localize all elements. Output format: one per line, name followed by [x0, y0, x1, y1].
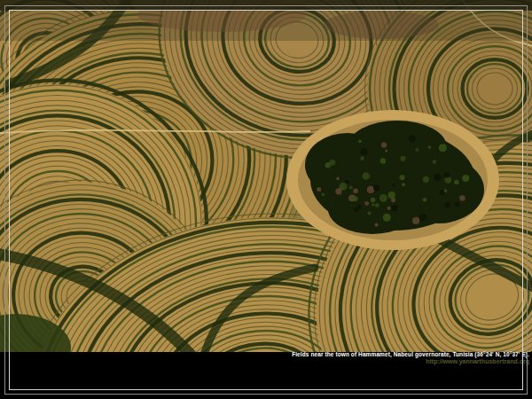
aerial-photo-fields: [0, 0, 532, 352]
photo-caption: Fields near the town of Hammamet, Nabeul…: [292, 351, 529, 364]
caption-location-text: Fields near the town of Hammamet, Nabeul…: [292, 351, 529, 358]
caption-website-url: http://www.yannarthusbertrand.org: [292, 358, 529, 364]
wallpaper-canvas: Fields near the town of Hammamet, Nabeul…: [0, 0, 532, 399]
